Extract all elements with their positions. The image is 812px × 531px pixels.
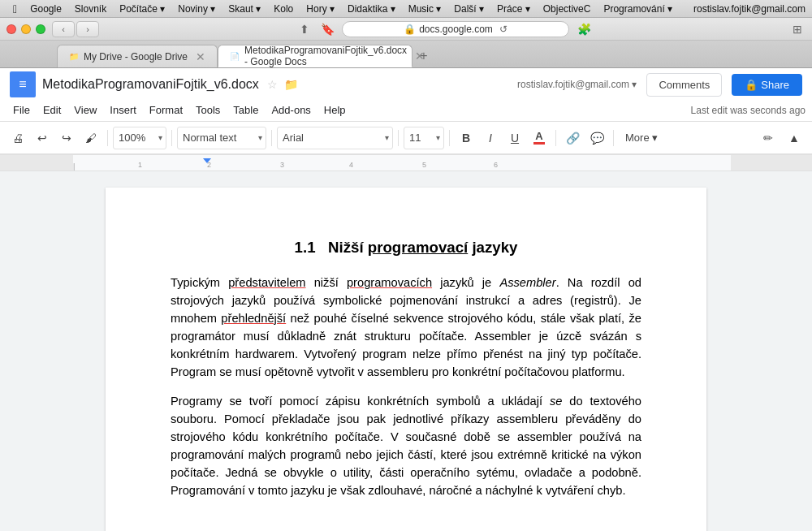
url-text[interactable]: docs.google.com	[419, 24, 493, 35]
close-window-button[interactable]	[6, 24, 16, 34]
menu-view[interactable]: View	[67, 101, 103, 119]
title-bar: ‹ › ⬆ 🔖 🔒 docs.google.com ↺ 🧩 ⊞	[0, 18, 812, 41]
word-prehlednejsi: přehlednější	[221, 312, 286, 325]
skaut-menu[interactable]: Skaut ▾	[222, 2, 267, 15]
toolbar-print-group: 🖨 ↩ ↪ 🖌	[6, 127, 102, 149]
pocitace-menu[interactable]: Počítače ▾	[113, 2, 171, 15]
size-select-wrap[interactable]: 11 8 9 10 12 14 18 24 36 ▾	[404, 127, 444, 149]
font-select-wrap[interactable]: Arial Times New Roman Courier New Georgi…	[277, 127, 393, 149]
tab-docs-close[interactable]: ✕	[415, 50, 425, 63]
zoom-select[interactable]: 100% 75% 50% 125% 150%	[114, 127, 166, 149]
tab-drive-close[interactable]: ✕	[196, 50, 205, 63]
star-button[interactable]: ☆	[267, 78, 278, 91]
back-button[interactable]: ‹	[52, 21, 75, 37]
slovnik-menu[interactable]: Slovník	[68, 2, 113, 15]
share-button[interactable]: 🔒 Share	[732, 74, 802, 96]
dalsi-menu[interactable]: Další ▾	[447, 2, 490, 15]
pen-tool-button[interactable]: ✏	[757, 127, 780, 149]
toolbar-sep-2	[171, 130, 172, 146]
undo-button[interactable]: ↩	[31, 127, 54, 149]
ruler-mark-2: 2	[207, 161, 211, 169]
ruler-mark-5: 5	[422, 161, 426, 169]
menu-addons[interactable]: Add-ons	[265, 101, 317, 119]
objectivec-menu[interactable]: ObjectiveC	[537, 2, 598, 15]
ruler-inner: | 1 2 3 4 5 6	[73, 155, 731, 171]
paint-format-button[interactable]: 🖌	[80, 127, 102, 149]
user-email-header[interactable]: rostislav.fojtik@gmail.com ▾	[517, 79, 637, 90]
tab-docs[interactable]: 📄 MetodikaProgramovaniFojtik_v6.docx - G…	[218, 45, 412, 67]
tab-bar: 📁 My Drive - Google Drive ✕ 📄 MetodikaPr…	[0, 41, 812, 68]
menu-file[interactable]: File	[6, 101, 37, 119]
menu-edit[interactable]: Edit	[37, 101, 67, 119]
link-button[interactable]: 🔗	[561, 127, 584, 149]
comments-button[interactable]: Comments	[646, 73, 722, 97]
document-page[interactable]: 1.1 Nižší programovací jazyky Typickým p…	[106, 188, 706, 531]
menu-tools[interactable]: Tools	[189, 101, 227, 119]
menu-format[interactable]: Format	[143, 101, 189, 119]
menu-insert[interactable]: Insert	[103, 101, 143, 119]
tab-drive[interactable]: 📁 My Drive - Google Drive ✕	[57, 45, 218, 67]
maximize-window-button[interactable]	[36, 24, 45, 34]
kolo-menu[interactable]: Kolo	[267, 2, 300, 15]
style-select[interactable]: Normal text Heading 1 Heading 2 Heading …	[178, 127, 259, 149]
collapse-toolbar-button[interactable]: ▲	[783, 127, 806, 149]
folder-button[interactable]: 📁	[284, 78, 298, 91]
word-programovacich: programovacích	[347, 276, 432, 289]
minimize-window-button[interactable]	[21, 24, 31, 34]
bold-button[interactable]: B	[455, 127, 477, 149]
tab-docs-favicon: 📄	[230, 52, 240, 61]
didaktika-menu[interactable]: Didaktika ▾	[341, 2, 402, 15]
toolbar-sep-7	[613, 130, 614, 146]
style-select-wrap[interactable]: Normal text Heading 1 Heading 2 Heading …	[177, 127, 266, 149]
toolbar: 🖨 ↩ ↪ 🖌 100% 75% 50% 125% 150% ▾ Normal …	[0, 122, 812, 154]
forward-button[interactable]: ›	[76, 21, 99, 37]
ruler-mark-0: |	[73, 162, 75, 171]
programovani-menu[interactable]: Programování ▾	[597, 2, 679, 15]
traffic-lights	[6, 24, 45, 34]
menu-bar: File Edit View Insert Format Tools Table…	[0, 99, 812, 122]
menu-table[interactable]: Table	[227, 101, 265, 119]
google-menu[interactable]: Google	[24, 2, 68, 15]
address-bar[interactable]: 🔒 docs.google.com ↺	[342, 21, 569, 37]
reload-icon[interactable]: ↺	[499, 24, 508, 35]
user-email-sys: rostislav.fojtik@gmail.com	[693, 3, 806, 15]
share-lock-icon: 🔒	[745, 79, 758, 91]
toolbar-sep-3	[271, 130, 272, 146]
more-button[interactable]: More ▾	[619, 127, 664, 149]
ruler-mark-4: 4	[349, 161, 353, 169]
docs-app-icon: ≡	[10, 71, 36, 97]
tab-docs-label: MetodikaProgramovaniFojtik_v6.docx - Goo…	[244, 45, 407, 67]
tab-drive-favicon: 📁	[69, 52, 79, 61]
apple-menu[interactable]: 	[6, 2, 24, 16]
music-menu[interactable]: Music ▾	[402, 2, 448, 15]
font-color-button[interactable]: A	[528, 127, 551, 149]
print-button[interactable]: 🖨	[6, 127, 29, 149]
underline-button[interactable]: U	[503, 127, 526, 149]
address-lock-icon: 🔒	[404, 24, 416, 35]
extensions-icon[interactable]: 🧩	[576, 21, 592, 37]
doc-title-row: ≡ MetodikaProgramovaniFojtik_v6.docx ☆ 📁…	[0, 68, 812, 99]
format-buttons-group: B I U A	[455, 127, 551, 149]
prace-menu[interactable]: Práce ▾	[490, 2, 537, 15]
new-window-button[interactable]: ⊞	[789, 21, 806, 37]
last-edit-status: Last edit was seconds ago	[691, 105, 806, 116]
comment-button[interactable]: 💬	[585, 127, 608, 149]
document-area: 1.1 Nižší programovací jazyky Typickým p…	[0, 171, 812, 531]
menu-help[interactable]: Help	[317, 101, 352, 119]
toolbar-sep-1	[107, 130, 108, 146]
sys-menubar-right: rostislav.fojtik@gmail.com	[693, 3, 806, 15]
heading-text: 1.1 Nižší programovací jazyky	[295, 239, 518, 256]
bookmark-icon[interactable]: 🔖	[319, 21, 335, 37]
share-label: Share	[761, 79, 789, 91]
italic-button[interactable]: I	[479, 127, 502, 149]
noviny-menu[interactable]: Noviny ▾	[171, 2, 222, 15]
share-icon[interactable]: ⬆	[296, 21, 313, 37]
font-select[interactable]: Arial Times New Roman Courier New Georgi…	[278, 127, 392, 149]
size-select[interactable]: 11 8 9 10 12 14 18 24 36	[404, 127, 441, 149]
hory-menu[interactable]: Hory ▾	[300, 2, 341, 15]
redo-button[interactable]: ↪	[55, 127, 78, 149]
app-header: ≡ MetodikaProgramovaniFojtik_v6.docx ☆ 📁…	[0, 68, 812, 155]
ruler-mark-1: 1	[138, 161, 142, 169]
zoom-select-wrap[interactable]: 100% 75% 50% 125% 150% ▾	[113, 127, 166, 149]
document-title[interactable]: MetodikaProgramovaniFojtik_v6.docx	[42, 77, 259, 92]
